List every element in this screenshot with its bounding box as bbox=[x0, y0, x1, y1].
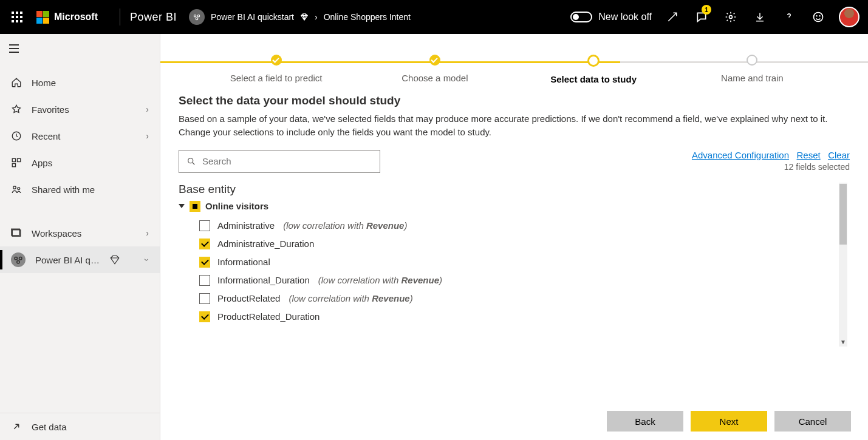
search-input[interactable] bbox=[202, 156, 372, 166]
notifications-button[interactable]: 1 bbox=[687, 0, 716, 34]
back-button[interactable]: Back bbox=[607, 411, 683, 432]
nav-favorites[interactable]: Favorites › bbox=[0, 96, 160, 123]
hamburger-icon bbox=[9, 44, 19, 53]
field-checkbox[interactable] bbox=[199, 257, 210, 268]
star-icon bbox=[11, 104, 22, 115]
wizard-stepper: Select a field to predict Choose a model… bbox=[160, 34, 868, 88]
svg-point-0 bbox=[194, 15, 196, 18]
step-2[interactable]: Choose a model bbox=[355, 55, 514, 84]
nav-favorites-label: Favorites bbox=[32, 104, 69, 115]
workspace-avatar-icon bbox=[11, 252, 26, 267]
field-name: Informational bbox=[217, 257, 270, 267]
nav-current-workspace-label: Power BI AI q… bbox=[35, 255, 100, 265]
workspace-avatar-icon bbox=[189, 9, 205, 25]
app-launcher-button[interactable] bbox=[2, 0, 32, 34]
svg-point-17 bbox=[17, 261, 20, 264]
step-1[interactable]: Select a field to predict bbox=[197, 55, 355, 84]
field-row[interactable]: Administrative_Duration bbox=[199, 235, 850, 253]
step-3-label: Select data to study bbox=[514, 74, 673, 84]
breadcrumb: Power BI AI quickstart › Online Shoppers… bbox=[189, 9, 411, 25]
scroll-thumb[interactable] bbox=[839, 184, 847, 245]
divider bbox=[120, 8, 120, 25]
field-checkbox[interactable] bbox=[199, 293, 210, 304]
nav-shared[interactable]: Shared with me bbox=[0, 176, 160, 203]
field-name: ProductRelated_Duration bbox=[217, 311, 320, 322]
scroll-down-icon: ▼ bbox=[839, 338, 847, 347]
chevron-right-icon: › bbox=[146, 228, 149, 238]
step-2-label: Choose a model bbox=[355, 73, 514, 83]
download-button[interactable] bbox=[745, 0, 774, 34]
product-brand[interactable]: Power BI bbox=[130, 11, 177, 24]
field-reason: (low correlation with Revenue) bbox=[318, 275, 442, 285]
feedback-button[interactable] bbox=[804, 0, 833, 34]
svg-point-18 bbox=[188, 158, 193, 163]
page-description: Based on a sample of your data, we've se… bbox=[179, 112, 850, 139]
svg-rect-10 bbox=[12, 164, 15, 167]
svg-point-15 bbox=[15, 257, 18, 260]
field-name: Administrative_Duration bbox=[217, 239, 314, 249]
microsoft-label: Microsoft bbox=[54, 12, 98, 22]
nav-get-data[interactable]: Get data bbox=[0, 413, 160, 440]
link-advanced-config[interactable]: Advanced Configuration bbox=[692, 150, 789, 160]
field-checkbox[interactable] bbox=[199, 275, 210, 286]
breadcrumb-page[interactable]: Online Shoppers Intent bbox=[324, 12, 411, 22]
user-avatar[interactable] bbox=[839, 7, 859, 27]
step-4[interactable]: Name and train bbox=[673, 55, 832, 84]
shared-icon bbox=[11, 184, 22, 195]
help-button[interactable] bbox=[774, 0, 804, 34]
svg-point-16 bbox=[19, 257, 22, 260]
diamond-icon bbox=[300, 13, 309, 21]
link-clear[interactable]: Clear bbox=[828, 150, 850, 160]
nav-recent-label: Recent bbox=[32, 131, 61, 141]
caret-down-icon bbox=[179, 204, 185, 208]
field-row[interactable]: Administrative(low correlation with Reve… bbox=[199, 217, 850, 235]
expand-button[interactable] bbox=[658, 0, 687, 34]
content-area: Select a field to predict Choose a model… bbox=[160, 34, 868, 440]
new-look-toggle[interactable]: New look off bbox=[570, 12, 652, 22]
field-row[interactable]: Informational bbox=[199, 253, 850, 271]
entity-toggle[interactable]: Online visitors bbox=[179, 201, 850, 212]
field-row[interactable]: ProductRelated(low correlation with Reve… bbox=[199, 289, 850, 308]
field-name: Administrative bbox=[217, 220, 275, 231]
svg-point-12 bbox=[18, 188, 20, 190]
step-3[interactable]: Select data to study bbox=[514, 55, 673, 84]
nav-get-data-label: Get data bbox=[32, 422, 67, 432]
nav-workspaces[interactable]: Workspaces › bbox=[0, 220, 160, 246]
field-checkbox[interactable] bbox=[199, 220, 210, 231]
waffle-icon bbox=[12, 12, 22, 22]
next-button[interactable]: Next bbox=[691, 411, 767, 432]
nav-recent[interactable]: Recent › bbox=[0, 123, 160, 149]
header-actions: 1 bbox=[658, 0, 866, 34]
toggle-switch-icon bbox=[570, 12, 592, 22]
step-dot-icon bbox=[429, 55, 440, 66]
search-icon bbox=[186, 157, 196, 166]
field-row[interactable]: Informational_Duration(low correlation w… bbox=[199, 271, 850, 289]
svg-point-1 bbox=[197, 15, 200, 18]
microsoft-logo[interactable]: Microsoft bbox=[36, 11, 98, 24]
svg-point-6 bbox=[819, 16, 820, 16]
field-checkbox[interactable] bbox=[199, 239, 210, 249]
nav-home-label: Home bbox=[32, 78, 56, 88]
nav-shared-label: Shared with me bbox=[32, 184, 95, 195]
vertical-scrollbar[interactable]: ▲ ▼ bbox=[839, 183, 847, 347]
search-box[interactable] bbox=[179, 150, 380, 173]
field-row[interactable]: ProductRelated_Duration bbox=[199, 308, 850, 326]
diamond-icon bbox=[109, 254, 120, 265]
cancel-button[interactable]: Cancel bbox=[774, 411, 851, 432]
chevron-down-icon: › bbox=[143, 259, 152, 262]
chevron-right-icon: › bbox=[146, 104, 149, 114]
chevron-right-icon: › bbox=[146, 131, 149, 141]
breadcrumb-workspace[interactable]: Power BI AI quickstart bbox=[211, 12, 294, 22]
nav-home[interactable]: Home bbox=[0, 69, 160, 96]
nav-apps[interactable]: Apps bbox=[0, 149, 160, 176]
wizard-footer: Back Next Cancel bbox=[160, 402, 868, 440]
nav-collapse-button[interactable] bbox=[0, 36, 160, 61]
get-data-icon bbox=[11, 421, 22, 432]
settings-button[interactable] bbox=[716, 0, 745, 34]
field-name: Informational_Duration bbox=[217, 275, 310, 285]
link-reset[interactable]: Reset bbox=[797, 150, 821, 160]
entity-checkbox[interactable] bbox=[190, 201, 200, 212]
svg-point-4 bbox=[814, 13, 823, 22]
nav-current-workspace[interactable]: Power BI AI q… › bbox=[0, 246, 160, 273]
field-checkbox[interactable] bbox=[199, 311, 210, 322]
